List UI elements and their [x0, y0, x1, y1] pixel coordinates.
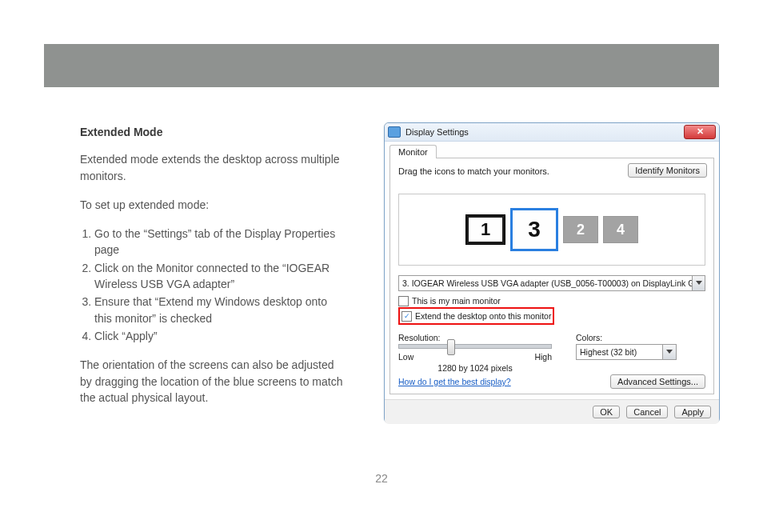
monitor-1[interactable]: 1 — [465, 214, 505, 245]
monitor-select-dropdown[interactable]: 3. IOGEAR Wireless USB VGA adapter (USB_… — [398, 275, 705, 291]
identify-monitors-button[interactable]: Identify Monitors — [628, 163, 707, 178]
best-display-help-link[interactable]: How do I get the best display? — [398, 377, 511, 386]
monitor-4[interactable]: 4 — [603, 216, 638, 243]
apply-label: Apply — [681, 407, 704, 417]
slider-high-label: High — [534, 352, 552, 362]
display-settings-dialog: Display Settings ✕ Monitor Drag the icon… — [384, 122, 720, 423]
main-monitor-checkbox[interactable] — [398, 296, 409, 306]
resolution-slider[interactable] — [398, 344, 552, 349]
colors-label: Colors: — [576, 333, 677, 342]
dialog-button-row: OK Cancel Apply — [385, 399, 719, 424]
setup-lead-in: To set up extended mode: — [80, 197, 344, 213]
setup-step: Ensure that “Extend my Windows desktop o… — [94, 294, 344, 326]
monitor-2[interactable]: 2 — [563, 216, 598, 243]
ok-button[interactable]: OK — [593, 406, 620, 418]
monitor-1-label: 1 — [481, 219, 490, 240]
close-button[interactable]: ✕ — [684, 125, 716, 139]
tab-monitor-panel: Drag the icons to match your monitors. I… — [389, 158, 714, 394]
slider-low-label: Low — [398, 352, 413, 362]
colors-group: Colors: Highest (32 bit) — [576, 333, 677, 373]
monitor-select-value: 3. IOGEAR Wireless USB VGA adapter (USB_… — [402, 278, 692, 288]
resolution-label: Resolution: — [398, 333, 552, 342]
heading-extended-mode: Extended Mode — [80, 124, 344, 140]
monitor-3-label: 3 — [528, 217, 541, 242]
page-number: 22 — [0, 472, 763, 485]
identify-monitors-label: Identify Monitors — [635, 166, 700, 175]
advanced-settings-button[interactable]: Advanced Settings... — [610, 374, 705, 389]
chevron-down-icon — [662, 345, 676, 359]
chevron-down-icon — [692, 276, 705, 290]
monitor-2-label: 2 — [577, 222, 585, 238]
close-icon: ✕ — [697, 126, 704, 136]
slider-thumb[interactable] — [447, 339, 455, 355]
extend-desktop-label: Extend the desktop onto this monitor — [415, 310, 551, 322]
main-monitor-checkbox-row: This is my main monitor — [398, 294, 705, 307]
setup-step: Go to the “Settings” tab of the Display … — [94, 226, 344, 258]
intro-paragraph: Extended mode extends the desktop across… — [80, 151, 344, 184]
header-bar — [44, 44, 719, 87]
setup-step: Click “Apply” — [94, 328, 344, 344]
resolution-value: 1280 by 1024 pixels — [398, 363, 552, 373]
monitor-arrangement-area[interactable]: 1 3 2 4 — [398, 194, 705, 266]
extend-desktop-checkbox[interactable] — [401, 311, 412, 322]
colors-value: Highest (32 bit) — [580, 347, 637, 357]
orientation-paragraph: The orientation of the screens can also … — [80, 357, 344, 406]
monitor-3-selected[interactable]: 3 — [510, 208, 558, 251]
cancel-label: Cancel — [633, 407, 661, 417]
tab-monitor[interactable]: Monitor — [389, 145, 437, 158]
ok-label: OK — [600, 407, 613, 417]
monitor-icon — [388, 126, 401, 138]
setup-step: Click on the Monitor connected to the “I… — [94, 260, 344, 293]
setup-steps-list: Go to the “Settings” tab of the Display … — [94, 226, 344, 344]
dialog-title-bar[interactable]: Display Settings ✕ — [385, 123, 719, 142]
advanced-settings-label: Advanced Settings... — [617, 377, 698, 386]
drag-hint-label: Drag the icons to match your monitors. — [398, 166, 549, 176]
apply-button[interactable]: Apply — [674, 406, 711, 418]
monitor-4-label: 4 — [617, 222, 625, 238]
resolution-group: Resolution: Low High 1280 by 1024 pixels — [398, 333, 552, 373]
instruction-text-column: Extended Mode Extended mode extends the … — [80, 124, 344, 418]
extend-desktop-checkbox-row: Extend the desktop onto this monitor — [398, 307, 554, 325]
dialog-title: Display Settings — [405, 127, 469, 137]
colors-dropdown[interactable]: Highest (32 bit) — [576, 344, 677, 360]
cancel-button[interactable]: Cancel — [626, 406, 668, 418]
tab-monitor-label: Monitor — [398, 147, 428, 157]
main-monitor-label: This is my main monitor — [412, 294, 501, 307]
